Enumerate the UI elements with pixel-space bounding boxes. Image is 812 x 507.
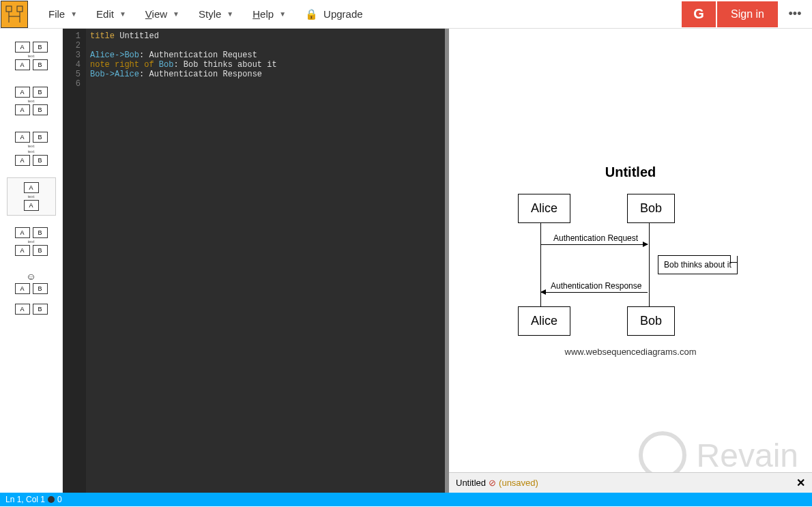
menu-file[interactable]: File▼	[39, 3, 87, 26]
editor-content[interactable]: title Untitled Alice->Bob: Authenticatio…	[86, 29, 445, 493]
menu-upgrade[interactable]: 🔒Upgrade	[295, 3, 373, 26]
template-sidebar[interactable]: AB text AB AB text AB AB texttext AB A t…	[0, 29, 63, 493]
main-area: AB text AB AB text AB AB texttext AB A t…	[0, 29, 812, 493]
dots-horizontal-icon: •••	[789, 7, 802, 21]
template-item[interactable]: AB text AB	[7, 82, 56, 120]
actor-box-bob-top: Bob	[627, 194, 675, 223]
menu-items: File▼ Edit▼ View▼ Style▼ Help▼ 🔒Upgrade	[39, 3, 373, 26]
chevron-down-icon: ▼	[119, 10, 126, 18]
app-logo[interactable]	[1, 1, 28, 28]
chevron-down-icon: ▼	[279, 10, 286, 18]
message-arrow	[541, 292, 648, 293]
menu-edit[interactable]: Edit▼	[87, 3, 136, 26]
message-label: Authentication Request	[552, 233, 639, 243]
message-label: Authentication Response	[549, 281, 643, 291]
template-item[interactable]: ☺ AB AB	[7, 267, 56, 319]
code-editor[interactable]: 123456 title Untitled Alice->Bob: Authen…	[63, 29, 445, 493]
bottom-status-bar: Ln 1, Col 1 0	[0, 493, 812, 506]
svg-rect-1	[17, 6, 23, 12]
actor-box-bob-bottom: Bob	[627, 306, 675, 336]
more-menu-button[interactable]: •••	[782, 1, 808, 27]
note-box: Bob thinks about it	[658, 255, 738, 274]
editor-gutter: 123456	[63, 29, 86, 493]
diagram-preview: Untitled Alice Bob Authentication Reques…	[449, 29, 812, 493]
chevron-down-icon: ▼	[227, 10, 233, 18]
menu-help[interactable]: Help▼	[243, 3, 295, 26]
sequence-diagram: Alice Bob Authentication Request Bob thi…	[518, 194, 743, 337]
lock-icon: 🔒	[305, 8, 318, 20]
warning-icon: ⊘	[489, 478, 496, 488]
menu-style[interactable]: Style▼	[189, 3, 243, 26]
actor-box-alice-top: Alice	[518, 194, 570, 223]
diagram-title: Untitled	[605, 164, 656, 180]
status-indicator-icon	[48, 496, 55, 503]
watermark-url: www.websequencediagrams.com	[565, 347, 697, 357]
menu-view[interactable]: View▼	[136, 3, 189, 26]
signin-button[interactable]: Sign in	[717, 1, 778, 27]
template-item[interactable]: A text A	[7, 177, 56, 216]
google-signin-button[interactable]: G	[682, 1, 716, 27]
cursor-position: Ln 1, Col 1	[5, 495, 45, 504]
template-item[interactable]: AB text AB	[7, 37, 56, 75]
preview-status-bar: Untitled ⊘ (unsaved) ✕	[449, 472, 812, 493]
status-count: 0	[57, 495, 62, 504]
template-item[interactable]: AB text AB	[7, 222, 56, 261]
template-item[interactable]: AB texttext AB	[7, 127, 56, 171]
svg-rect-0	[6, 6, 12, 12]
status-unsaved: (unsaved)	[499, 478, 538, 488]
message-arrow	[541, 244, 648, 245]
chevron-down-icon: ▼	[173, 10, 179, 18]
status-doc-title: Untitled	[456, 478, 486, 488]
actor-box-alice-bottom: Alice	[518, 306, 570, 336]
close-icon[interactable]: ✕	[796, 476, 805, 489]
menu-bar: File▼ Edit▼ View▼ Style▼ Help▼ 🔒Upgrade …	[0, 0, 812, 29]
chevron-down-icon: ▼	[70, 10, 77, 18]
lifeline	[649, 222, 650, 306]
